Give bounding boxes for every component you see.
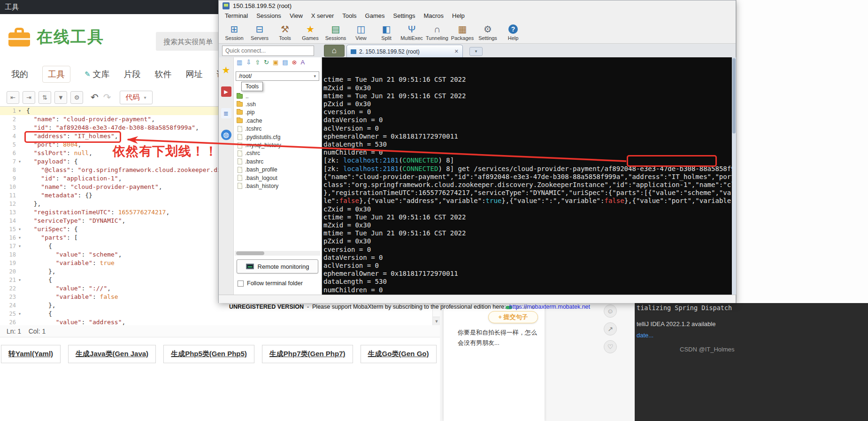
delete-icon[interactable]: ⊗: [292, 59, 297, 66]
toolbar-button-tools[interactable]: ⚒Tools: [272, 21, 298, 43]
toolbar-button-servers[interactable]: ⊟Servers: [247, 21, 272, 43]
indent-icon[interactable]: ⇥: [23, 91, 35, 104]
new-folder-icon[interactable]: ▣: [273, 59, 278, 66]
file-item[interactable]: .bash_profile: [235, 166, 321, 174]
sync-icon[interactable]: ↻: [264, 59, 269, 66]
file-item[interactable]: .bashrc: [235, 157, 321, 165]
toolbar-button-packages[interactable]: ▦Packages: [450, 21, 475, 43]
toolbar-button-games[interactable]: ★Games: [298, 21, 323, 43]
file-item[interactable]: .bash_history: [235, 182, 321, 190]
menu-item-games[interactable]: Games: [361, 11, 389, 21]
home-tab-button[interactable]: ⌂: [324, 45, 345, 57]
new-tab-button[interactable]: ▾: [469, 47, 483, 56]
file-item[interactable]: .tcshrc: [235, 125, 321, 133]
follow-terminal-folder-checkbox[interactable]: Follow terminal folder: [238, 280, 303, 287]
nav-tab-mine[interactable]: 我的: [11, 69, 28, 80]
favorites-icon[interactable]: ★: [221, 65, 231, 75]
path-dropdown[interactable]: /root/ ▾: [236, 71, 319, 81]
macros-icon[interactable]: ▶: [221, 86, 231, 97]
bottom-action-button[interactable]: 生成Php5类(Gen Php5): [163, 345, 254, 363]
menu-item-sessions[interactable]: Sessions: [252, 11, 285, 21]
download-icon[interactable]: ⇩: [246, 59, 251, 66]
file-item[interactable]: .cshrc: [235, 149, 321, 157]
toolbar-button-settings[interactable]: ⚙Settings: [475, 21, 500, 43]
outdent-icon[interactable]: ⇤: [7, 91, 19, 104]
bottom-action-button[interactable]: 生成Go类(Gen Go): [361, 345, 437, 363]
bottom-action-button[interactable]: 生成Java类(Gen Java): [68, 345, 156, 363]
quick-connect-input[interactable]: [222, 46, 314, 56]
fold-caret-icon[interactable]: ▾: [16, 276, 23, 284]
file-item[interactable]: .pydistutils.cfg: [235, 133, 321, 141]
line-number: 23: [0, 293, 16, 301]
menu-item-settings[interactable]: Settings: [389, 11, 420, 21]
menu-item-view[interactable]: View: [285, 11, 307, 21]
tools-icon[interactable]: ⚙: [70, 91, 83, 104]
scrollbar-thumb[interactable]: [732, 58, 736, 133]
menu-item-x-server[interactable]: X server: [307, 11, 338, 21]
share-float-button[interactable]: ↗: [604, 322, 617, 335]
ide-update-link[interactable]: date...: [637, 332, 653, 339]
fold-spacer: [16, 174, 23, 183]
smiley-float-button[interactable]: ☺: [604, 304, 617, 318]
fold-caret-icon[interactable]: ▾: [16, 157, 23, 166]
code-text: "name": "cloud-provider-payment",: [23, 115, 155, 124]
globe-icon[interactable]: ◍: [221, 130, 231, 140]
toolbar-button-sessions[interactable]: ▤Sessions: [323, 21, 348, 43]
terminal-scrollbar[interactable]: [732, 57, 736, 295]
file-item[interactable]: .mysql_history: [235, 141, 321, 149]
toolbar-button-help[interactable]: ?Help: [500, 21, 526, 43]
nav-tab-library[interactable]: ✎文库: [84, 69, 110, 80]
nav-tab-urls[interactable]: 网址: [186, 69, 203, 80]
sessions-file-icon[interactable]: ≣: [221, 108, 231, 118]
file-item[interactable]: .bash_logout: [235, 174, 321, 182]
view-file-icon[interactable]: ▤: [282, 59, 288, 66]
remote-monitoring-button[interactable]: Remote monitoring: [237, 259, 318, 273]
site-logo[interactable]: 在线工具: [8, 26, 104, 48]
menu-item-terminal[interactable]: Terminal: [221, 11, 252, 21]
terminal[interactable]: ctime = Tue Jun 21 09:51:16 CST 2022mZxi…: [322, 57, 732, 295]
terminal-session-tab[interactable]: 2. 150.158.199.52 (root) ✕: [346, 45, 463, 58]
toolbar-button-label: Sessions: [325, 35, 346, 41]
mobatek-link[interactable]: https://mobaxterm.mobatek.net: [509, 304, 590, 310]
scroll-down-icon[interactable]: ▼: [433, 317, 440, 325]
fold-caret-icon[interactable]: ▾: [16, 107, 23, 115]
fold-caret-icon[interactable]: ▾: [16, 234, 23, 242]
submit-sentence-button[interactable]: + 提交句子: [488, 311, 538, 323]
toolbar-button-view[interactable]: ◫View: [348, 21, 374, 43]
menu-item-tools[interactable]: Tools: [338, 11, 361, 21]
toolbar-button-session[interactable]: ⊞Session: [222, 21, 247, 43]
fold-caret-icon[interactable]: ▾: [16, 310, 23, 318]
menu-item-help[interactable]: Help: [448, 11, 469, 21]
toolbar-button-split[interactable]: ◧Split: [374, 21, 399, 43]
nav-tab-software[interactable]: 软件: [155, 69, 172, 80]
file-item[interactable]: .cache: [235, 117, 321, 125]
nav-tab-tools[interactable]: 工具: [42, 66, 70, 83]
file-list-hscrollbar[interactable]: [235, 251, 320, 256]
file-item[interactable]: ..: [235, 92, 321, 100]
undo-icon[interactable]: ↶: [91, 92, 99, 103]
encoding-icon[interactable]: A: [301, 59, 305, 66]
scrollbar-thumb[interactable]: [236, 251, 264, 255]
heart-float-button[interactable]: ♡: [604, 340, 617, 353]
tree-icon[interactable]: ▥: [237, 59, 242, 66]
code-mode-dropdown[interactable]: 代码 ▾: [120, 91, 153, 104]
ide-update-notification: telliJ IDEA 2022.1.2 available: [637, 320, 715, 327]
file-item[interactable]: .pip: [235, 109, 321, 117]
sort-icon[interactable]: ⇅: [38, 91, 51, 104]
bottom-action-button[interactable]: 生成Php7类(Gen Php7): [262, 345, 353, 363]
toolbar-button-multiexec[interactable]: ΨMultiExec: [399, 21, 424, 43]
bottom-action-button[interactable]: 转Yaml(Yaml): [1, 345, 61, 363]
window-title-bar[interactable]: 150.158.199.52 (root): [219, 0, 736, 11]
upload-icon[interactable]: ⇧: [255, 59, 260, 66]
editor-line[interactable]: 26 "value": "address",: [0, 318, 439, 326]
filter-icon[interactable]: ▼: [54, 91, 67, 104]
checkbox-icon[interactable]: [238, 281, 244, 287]
file-item[interactable]: .ssh: [235, 100, 321, 108]
close-icon[interactable]: ✕: [454, 48, 459, 55]
fold-caret-icon[interactable]: ▾: [16, 242, 23, 250]
nav-tab-snippets[interactable]: 片段: [124, 69, 141, 80]
toolbar-button-tunneling[interactable]: ∩Tunneling: [424, 21, 450, 43]
redo-icon[interactable]: ↷: [103, 92, 111, 103]
menu-item-macros[interactable]: Macros: [419, 11, 448, 21]
fold-caret-icon[interactable]: ▾: [16, 225, 23, 234]
